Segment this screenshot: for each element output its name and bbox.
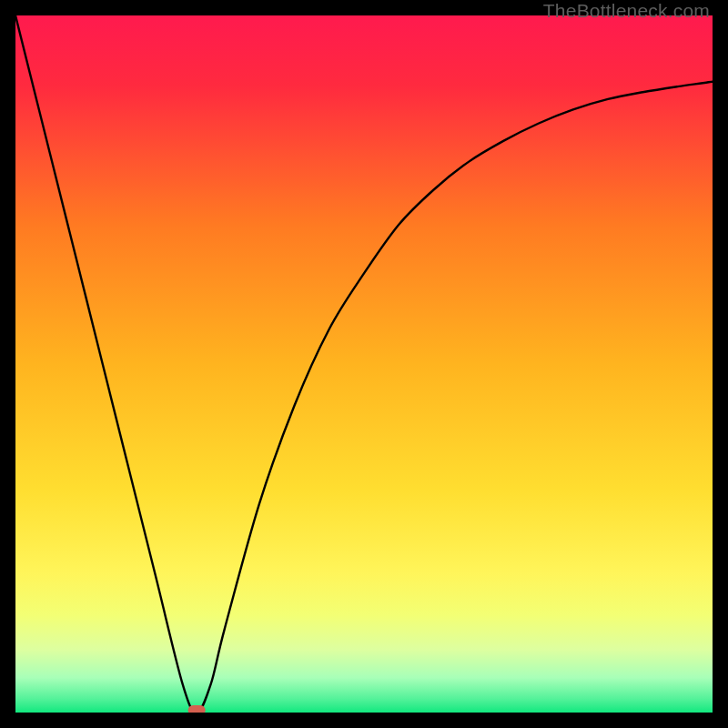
watermark-text: TheBottleneck.com	[543, 0, 710, 22]
optimal-point-marker	[188, 705, 206, 713]
bottleneck-chart	[15, 15, 713, 713]
gradient-background	[15, 15, 713, 713]
chart-frame	[15, 15, 713, 713]
